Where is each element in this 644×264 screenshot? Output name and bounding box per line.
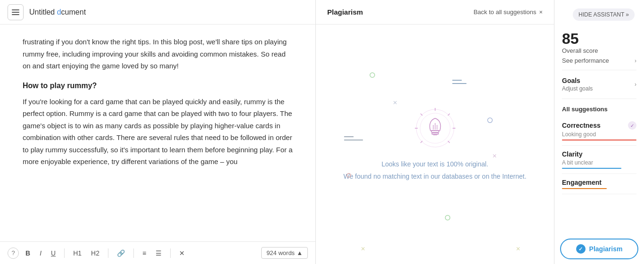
svg-point-2 xyxy=(445,215,450,220)
correctness-status: Looking good xyxy=(562,131,636,138)
chevron-right-icon: › xyxy=(635,58,636,64)
engagement-title: Engagement xyxy=(562,179,602,186)
ordered-list-button[interactable]: ≡ xyxy=(140,248,149,259)
svg-text:✕: ✕ xyxy=(393,99,397,106)
clear-format-button[interactable]: ✕ xyxy=(176,248,188,259)
clarity-status: A bit unclear xyxy=(562,159,636,166)
plagiarism-panel-title: Plagiarism xyxy=(327,8,363,16)
word-count-button[interactable]: 924 words ▲ xyxy=(261,247,308,259)
assistant-content: 85 Overall score See performance › Goals… xyxy=(554,25,644,234)
plagiarism-header: Plagiarism Back to all suggestions × xyxy=(316,0,554,25)
hamburger-button[interactable] xyxy=(8,4,24,20)
correctness-underline xyxy=(562,140,636,140)
svg-point-1 xyxy=(487,118,492,123)
clarity-suggestion-item: Clarity A bit unclear xyxy=(562,146,636,174)
correctness-suggestion-item: Correctness ✓ Looking good xyxy=(562,116,636,146)
all-suggestions-label: All suggestions xyxy=(562,99,636,116)
italic-button[interactable]: I xyxy=(37,248,44,259)
plagiarism-sub-message: We found no matching text in our databas… xyxy=(343,171,526,182)
clarity-header: Clarity xyxy=(562,150,636,158)
unordered-list-button[interactable]: ☰ xyxy=(153,248,165,259)
toolbar-divider-3 xyxy=(133,248,134,258)
see-performance-link[interactable]: See performance › xyxy=(562,57,636,64)
editor-content-area[interactable]: frustrating if you don't know the right … xyxy=(0,25,315,241)
goals-info: Goals Adjust goals xyxy=(562,77,593,92)
editor-toolbar: ? B I U H1 H2 🔗 ≡ ☰ ✕ 924 words ▲ xyxy=(0,241,315,264)
correctness-check-icon: ✓ xyxy=(628,121,636,130)
toolbar-divider-4 xyxy=(170,248,171,258)
correctness-header: Correctness ✓ xyxy=(562,121,636,130)
goals-title: Goals xyxy=(562,77,593,84)
heading-how-to-play: How to play rummy? xyxy=(23,82,293,90)
svg-text:✕: ✕ xyxy=(516,246,520,252)
paragraph-1: frustrating if you don't know the right … xyxy=(23,36,293,72)
clarity-title: Clarity xyxy=(562,150,583,158)
engagement-suggestion-item: Engagement xyxy=(562,174,636,194)
engagement-header: Engagement xyxy=(562,179,636,186)
link-button[interactable]: 🔗 xyxy=(114,248,128,259)
back-to-suggestions-button[interactable]: Back to all suggestions × xyxy=(473,8,543,16)
h2-button[interactable]: H2 xyxy=(88,248,102,259)
close-icon: × xyxy=(539,8,543,16)
overall-score: 85 xyxy=(562,31,636,46)
h1-button[interactable]: H1 xyxy=(70,248,84,259)
score-section: 85 Overall score See performance › xyxy=(562,25,636,70)
plagiarism-main-message: Looks like your text is 100% original. xyxy=(343,159,526,169)
hide-assistant-button[interactable]: HIDE ASSISTANT » xyxy=(573,8,635,21)
underline-button[interactable]: U xyxy=(48,248,58,259)
goals-section[interactable]: Goals Adjust goals › xyxy=(562,70,636,99)
engagement-underline xyxy=(562,188,607,189)
correctness-title: Correctness xyxy=(562,122,601,129)
clarity-underline xyxy=(562,168,621,169)
assistant-panel: HIDE ASSISTANT » 85 Overall score See pe… xyxy=(554,0,644,264)
editor-header: Untitled dcument xyxy=(0,0,315,25)
svg-rect-21 xyxy=(431,131,439,132)
toolbar-divider-2 xyxy=(108,248,108,258)
help-button[interactable]: ? xyxy=(8,248,19,259)
plagiarism-panel: Plagiarism Back to all suggestions × ✕ ✕… xyxy=(316,0,554,264)
svg-text:✕: ✕ xyxy=(361,246,365,252)
lightbulb-icon xyxy=(414,107,456,149)
toolbar-divider xyxy=(64,248,65,258)
plagiarism-content-area: ✕ ✕ ✕ ✕ Looks li xyxy=(316,25,554,264)
svg-point-0 xyxy=(370,73,375,77)
plagiarism-check-button[interactable]: ✓ Plagiarism xyxy=(560,239,638,259)
goals-chevron-right-icon: › xyxy=(635,81,636,88)
editor-panel: Untitled dcument frustrating if you don'… xyxy=(0,0,316,264)
svg-rect-22 xyxy=(432,133,438,134)
overall-score-label: Overall score xyxy=(562,47,636,54)
plagiarism-check-icon: ✓ xyxy=(576,244,586,254)
paragraph-2: If you're looking for a card game that c… xyxy=(23,96,293,168)
adjust-goals-link: Adjust goals xyxy=(562,85,593,92)
bold-button[interactable]: B xyxy=(23,248,33,259)
plagiarism-message: Looks like your text is 100% original. W… xyxy=(343,159,526,182)
document-title: Untitled dcument xyxy=(29,8,86,16)
